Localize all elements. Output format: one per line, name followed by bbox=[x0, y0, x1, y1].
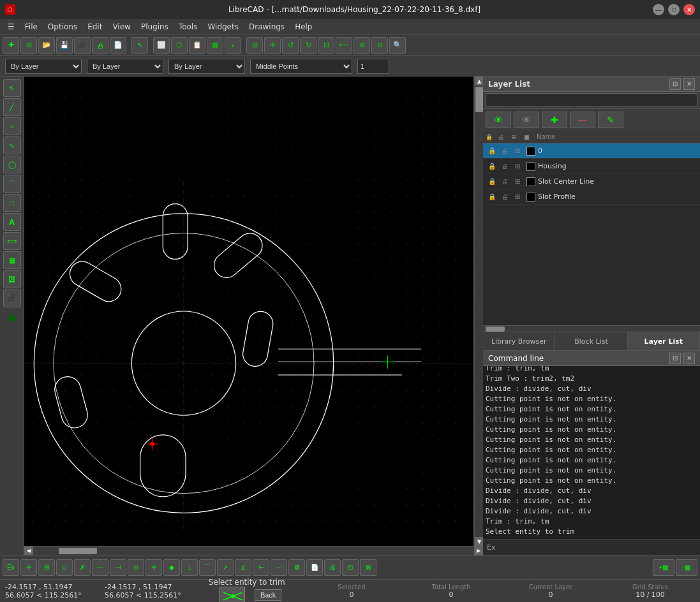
layer-row[interactable]: 🔒 🖨 ⊞ 0 bbox=[483, 143, 700, 159]
layer-add-button[interactable]: ✚ bbox=[542, 112, 567, 128]
copy-button[interactable]: ⬡ bbox=[171, 37, 188, 54]
menu-options[interactable]: Options bbox=[43, 21, 82, 33]
vscroll-down[interactable]: ▼ bbox=[475, 537, 484, 546]
command-input[interactable] bbox=[499, 543, 696, 552]
cmd-panel-close[interactable]: ✕ bbox=[683, 353, 695, 364]
save-as-button[interactable]: ⬛ bbox=[74, 37, 91, 54]
select-tool[interactable]: ↖ bbox=[3, 79, 21, 97]
snap-intersect-button[interactable]: ✗ bbox=[74, 559, 91, 576]
open-button[interactable]: 📂 bbox=[38, 37, 55, 54]
canvas-horizontal-scrollbar[interactable]: ◀ ▶ bbox=[24, 546, 483, 555]
line-tool[interactable]: ╱ bbox=[3, 98, 21, 116]
layer-remove-button[interactable]: — bbox=[570, 112, 595, 128]
menu-widgets[interactable]: Widgets bbox=[202, 21, 244, 33]
snap-points-button[interactable]: ◇ bbox=[56, 559, 73, 576]
layer-panel-float[interactable]: ⊡ bbox=[669, 78, 681, 90]
image-tool[interactable]: 🖼 bbox=[3, 270, 21, 288]
menu-view[interactable]: View bbox=[107, 21, 135, 33]
snap-print-button[interactable]: 🖨 bbox=[324, 559, 341, 576]
zoom-out-button[interactable]: ⊖ bbox=[371, 37, 388, 54]
vscroll-up[interactable]: ▲ bbox=[475, 77, 484, 85]
snap-value-input[interactable] bbox=[357, 59, 389, 74]
layer-invisible-button[interactable]: 👁 bbox=[514, 112, 539, 128]
color-select[interactable]: By Layer bbox=[5, 59, 82, 74]
new-from-template-button[interactable]: ⊞ bbox=[20, 37, 37, 54]
menu-tools[interactable]: Tools bbox=[174, 21, 203, 33]
layer-hscroll[interactable] bbox=[483, 325, 700, 332]
snap-middle-button[interactable]: ⊙ bbox=[128, 559, 144, 576]
linestyle-select[interactable]: By Layer bbox=[168, 59, 245, 74]
snap-ex-button[interactable]: Ex bbox=[3, 559, 19, 576]
menu-file[interactable]: File bbox=[20, 21, 43, 33]
menu-edit[interactable]: Edit bbox=[82, 21, 107, 33]
print-preview-button[interactable]: 📄 bbox=[110, 37, 126, 54]
snap-cross-button[interactable]: ✛ bbox=[20, 559, 37, 576]
snap-angle-button[interactable]: ∠ bbox=[235, 559, 251, 576]
snap-screen-button[interactable]: 🖥 bbox=[288, 559, 305, 576]
snap-grid-button[interactable]: ⊞ bbox=[38, 559, 55, 576]
layer-panel-close[interactable]: ✕ bbox=[683, 78, 695, 90]
back-button[interactable]: Back bbox=[255, 589, 281, 601]
snap-paper-button[interactable]: 📄 bbox=[306, 559, 323, 576]
redo-button[interactable]: ↻ bbox=[300, 37, 316, 54]
tab-layer-list[interactable]: Layer List bbox=[628, 332, 700, 350]
curve-tool[interactable]: ∿ bbox=[3, 136, 21, 154]
zoom-in-button[interactable]: ⊕ bbox=[354, 37, 370, 54]
properties-button[interactable]: 🔍 bbox=[389, 37, 406, 54]
save-button[interactable]: 💾 bbox=[56, 37, 73, 54]
print-button[interactable]: 🖨 bbox=[92, 37, 108, 54]
layer-visible-button[interactable]: 👁 bbox=[486, 112, 511, 128]
menu-drawings[interactable]: Drawings bbox=[244, 21, 290, 33]
rectangle-tool[interactable]: □ bbox=[3, 194, 21, 212]
canvas-vertical-scrollbar[interactable]: ▲ ▼ bbox=[474, 77, 483, 546]
snap-remove-button[interactable]: -▦ bbox=[676, 559, 697, 576]
layer-edit-button[interactable]: ✎ bbox=[598, 112, 623, 128]
snap-select[interactable]: Middle Points bbox=[250, 59, 352, 74]
zoom-fit-button[interactable]: ⊡ bbox=[318, 37, 334, 54]
snap-restrict-button[interactable]: ↗ bbox=[217, 559, 234, 576]
dimension-tool[interactable]: ⟺ bbox=[3, 232, 21, 250]
tab-block-list[interactable]: Block List bbox=[555, 332, 627, 350]
maximize-button[interactable]: □ bbox=[668, 4, 680, 15]
layer-hscroll-thumb[interactable] bbox=[486, 327, 505, 332]
grid-toggle-button[interactable]: ⊞ bbox=[246, 37, 263, 54]
snap-tangent-button[interactable]: ⌒ bbox=[199, 559, 216, 576]
canvas-area[interactable] bbox=[24, 77, 474, 546]
menu-help[interactable]: Help bbox=[290, 21, 317, 33]
linewidth-select[interactable]: By Layer bbox=[87, 59, 163, 74]
snap-zoom2-button[interactable]: ⊠ bbox=[360, 559, 376, 576]
layer-search-input[interactable] bbox=[486, 93, 697, 107]
block-tool[interactable]: ⬛ bbox=[3, 290, 21, 307]
block-insert2-button[interactable]: ▪ bbox=[225, 37, 241, 54]
freehand-tool[interactable]: ⌒ bbox=[3, 175, 21, 193]
hscroll-left[interactable]: ◀ bbox=[24, 547, 33, 555]
menu-plugins[interactable]: Plugins bbox=[136, 21, 174, 33]
snap-center-button[interactable]: ✛ bbox=[145, 559, 162, 576]
snap-add-button[interactable]: +▦ bbox=[653, 559, 674, 576]
text-tool[interactable]: A bbox=[3, 213, 21, 231]
hscroll-right[interactable]: ▶ bbox=[474, 547, 483, 555]
snap-perpendicular-button[interactable]: ⊥ bbox=[181, 559, 198, 576]
block-insert-button[interactable]: ▦ bbox=[207, 37, 223, 54]
paste-button[interactable]: 📋 bbox=[189, 37, 205, 54]
cmd-panel-float[interactable]: ⊡ bbox=[669, 353, 681, 364]
vscroll-thumb[interactable] bbox=[475, 87, 483, 112]
snap-zoom1-button[interactable]: ⊡ bbox=[342, 559, 359, 576]
ellipse-tool[interactable]: ◯ bbox=[3, 156, 21, 173]
hscroll-thumb[interactable] bbox=[59, 548, 97, 554]
snap-end-button[interactable]: ⊣ bbox=[110, 559, 126, 576]
layer-row[interactable]: 🔒 🖨 ⊞ Housing bbox=[483, 159, 700, 174]
menu-icon[interactable]: ☰ bbox=[3, 21, 20, 33]
new-button[interactable]: ✚ bbox=[3, 37, 19, 54]
circle-tool[interactable]: ○ bbox=[3, 117, 21, 135]
snap-ortho-button[interactable]: ⊢ bbox=[253, 559, 269, 576]
layer-row[interactable]: 🔒 🖨 ⊞ Slot Profile bbox=[483, 189, 700, 205]
close-button[interactable]: ✕ bbox=[683, 4, 695, 15]
snap-move-button[interactable]: ↔ bbox=[271, 559, 287, 576]
snap-toggle-button[interactable]: ✛ bbox=[264, 37, 281, 54]
snap-line-button[interactable]: — bbox=[92, 559, 108, 576]
snap-nearest-button[interactable]: ◆ bbox=[163, 559, 180, 576]
zoom-prev-button[interactable]: ⟵ bbox=[336, 37, 352, 54]
undo-button[interactable]: ↺ bbox=[282, 37, 299, 54]
cut-button[interactable]: ⬜ bbox=[153, 37, 170, 54]
